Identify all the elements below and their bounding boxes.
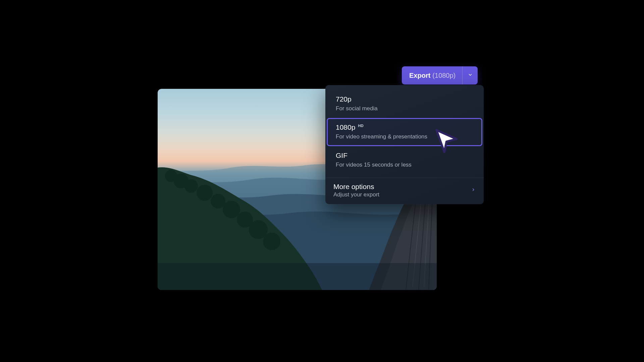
export-label: Export (409, 72, 430, 79)
svg-point-5 (223, 201, 240, 218)
export-option-gif[interactable]: GIF For videos 15 seconds or less (327, 146, 482, 174)
svg-point-2 (184, 179, 198, 193)
chevron-right-icon (471, 187, 476, 193)
export-button[interactable]: Export (1080p) (402, 66, 462, 84)
svg-point-8 (263, 233, 280, 250)
option-title: 1080p (336, 123, 355, 132)
option-subtitle: For videos 15 seconds or less (336, 161, 473, 169)
export-option-1080p[interactable]: 1080p HD For video streaming & presentat… (327, 118, 482, 146)
export-more-options[interactable]: More options Adjust your export (325, 178, 484, 204)
export-split-button: Export (1080p) (402, 66, 478, 84)
svg-point-4 (211, 194, 225, 208)
export-resolution: (1080p) (432, 72, 455, 79)
option-subtitle: For video streaming & presentations (336, 133, 473, 141)
export-option-720p[interactable]: 720p For social media (327, 90, 482, 118)
option-title: 720p (336, 95, 352, 104)
chevron-down-icon (468, 72, 473, 79)
svg-point-3 (197, 185, 213, 201)
option-title: GIF (336, 151, 347, 160)
option-subtitle: For social media (336, 105, 473, 113)
more-options-subtitle: Adjust your export (333, 191, 379, 198)
export-options-dropdown: 720p For social media 1080p HD For video… (325, 85, 484, 204)
hd-badge: HD (358, 123, 364, 128)
more-options-title: More options (333, 183, 379, 191)
export-dropdown-toggle[interactable] (462, 66, 478, 84)
